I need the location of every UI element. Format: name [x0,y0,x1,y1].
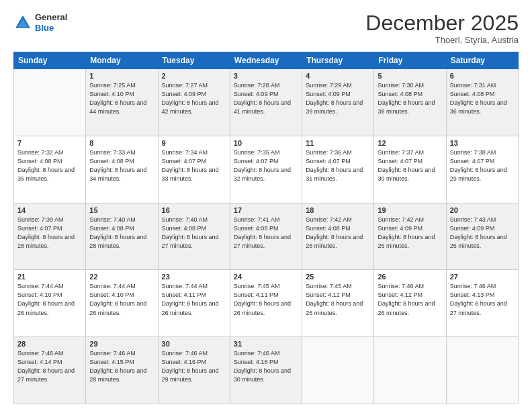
day-number: 6 [450,72,515,80]
day-detail: Sunrise: 7:41 AMSunset: 4:08 PMDaylight:… [234,216,298,250]
day-number: 12 [378,139,442,147]
table-row: 21Sunrise: 7:44 AMSunset: 4:10 PMDayligh… [14,270,86,337]
table-row: 17Sunrise: 7:41 AMSunset: 4:08 PMDayligh… [230,203,302,270]
calendar-row: 14Sunrise: 7:39 AMSunset: 4:07 PMDayligh… [14,203,519,270]
day-number: 21 [17,273,82,281]
day-detail: Sunrise: 7:43 AMSunset: 4:09 PMDaylight:… [450,216,515,250]
day-detail: Sunrise: 7:33 AMSunset: 4:08 PMDaylight:… [89,148,154,183]
title-block: December 2025 Thoerl, Styria, Austria [365,12,519,45]
day-number: 15 [89,206,154,214]
location: Thoerl, Styria, Austria [365,35,519,45]
day-detail: Sunrise: 7:32 AMSunset: 4:08 PMDaylight:… [17,148,82,183]
table-row: 31Sunrise: 7:46 AMSunset: 4:16 PMDayligh… [230,337,302,404]
day-number: 9 [162,139,226,147]
table-row: 23Sunrise: 7:44 AMSunset: 4:11 PMDayligh… [158,270,230,337]
logo-line2: Blue [35,23,54,33]
month-title: December 2025 [365,12,519,34]
day-detail: Sunrise: 7:27 AMSunset: 4:09 PMDaylight:… [162,81,226,116]
day-detail: Sunrise: 7:37 AMSunset: 4:07 PMDaylight:… [378,148,442,183]
table-row: 24Sunrise: 7:45 AMSunset: 4:11 PMDayligh… [230,270,302,337]
day-detail: Sunrise: 7:46 AMSunset: 4:13 PMDaylight:… [450,282,515,317]
table-row: 10Sunrise: 7:35 AMSunset: 4:07 PMDayligh… [230,136,302,203]
day-number: 24 [234,273,298,281]
calendar-row: 7Sunrise: 7:32 AMSunset: 4:08 PMDaylight… [14,136,519,203]
table-row: 27Sunrise: 7:46 AMSunset: 4:13 PMDayligh… [446,270,518,337]
col-tuesday: Tuesday [158,52,230,69]
day-detail: Sunrise: 7:46 AMSunset: 4:16 PMDaylight:… [162,349,226,384]
day-detail: Sunrise: 7:46 AMSunset: 4:15 PMDaylight:… [89,349,154,384]
day-number: 13 [450,139,515,147]
table-row [374,337,446,404]
day-detail: Sunrise: 7:34 AMSunset: 4:07 PMDaylight:… [162,148,226,183]
col-monday: Monday [86,52,158,69]
day-number: 25 [306,273,370,281]
day-number: 4 [306,72,370,80]
day-number: 14 [17,206,82,214]
day-number: 29 [89,340,154,348]
day-number: 28 [17,340,82,348]
table-row: 7Sunrise: 7:32 AMSunset: 4:08 PMDaylight… [14,136,86,203]
col-sunday: Sunday [14,52,86,69]
table-row: 9Sunrise: 7:34 AMSunset: 4:07 PMDaylight… [158,136,230,203]
day-detail: Sunrise: 7:28 AMSunset: 4:09 PMDaylight:… [234,81,298,116]
day-detail: Sunrise: 7:42 AMSunset: 4:09 PMDaylight:… [378,216,442,250]
day-number: 23 [162,273,226,281]
calendar-row: 28Sunrise: 7:46 AMSunset: 4:14 PMDayligh… [14,337,519,404]
day-detail: Sunrise: 7:30 AMSunset: 4:08 PMDaylight:… [378,81,442,116]
day-detail: Sunrise: 7:25 AMSunset: 4:10 PMDaylight:… [89,81,154,116]
day-number: 19 [378,206,442,214]
day-number: 17 [234,206,298,214]
day-detail: Sunrise: 7:40 AMSunset: 4:08 PMDaylight:… [89,216,154,250]
day-number: 30 [162,340,226,348]
table-row: 18Sunrise: 7:42 AMSunset: 4:08 PMDayligh… [302,203,374,270]
logo-icon [13,13,32,32]
calendar-row: 21Sunrise: 7:44 AMSunset: 4:10 PMDayligh… [14,270,519,337]
day-detail: Sunrise: 7:36 AMSunset: 4:07 PMDaylight:… [306,148,370,183]
day-detail: Sunrise: 7:46 AMSunset: 4:16 PMDaylight:… [234,349,298,384]
day-detail: Sunrise: 7:29 AMSunset: 4:09 PMDaylight:… [306,81,370,116]
logo-line1: General [35,12,67,22]
calendar-table: Sunday Monday Tuesday Wednesday Thursday… [13,52,519,404]
day-detail: Sunrise: 7:39 AMSunset: 4:07 PMDaylight:… [17,216,82,250]
table-row: 26Sunrise: 7:46 AMSunset: 4:12 PMDayligh… [374,270,446,337]
table-row [14,69,86,136]
day-detail: Sunrise: 7:45 AMSunset: 4:11 PMDaylight:… [234,282,298,317]
table-row: 3Sunrise: 7:28 AMSunset: 4:09 PMDaylight… [230,69,302,136]
day-detail: Sunrise: 7:42 AMSunset: 4:08 PMDaylight:… [306,216,370,250]
table-row: 25Sunrise: 7:45 AMSunset: 4:12 PMDayligh… [302,270,374,337]
table-row: 22Sunrise: 7:44 AMSunset: 4:10 PMDayligh… [86,270,158,337]
day-number: 27 [450,273,515,281]
table-row [446,337,518,404]
day-number: 1 [89,72,154,80]
day-detail: Sunrise: 7:44 AMSunset: 4:10 PMDaylight:… [17,282,82,317]
table-row: 4Sunrise: 7:29 AMSunset: 4:09 PMDaylight… [302,69,374,136]
table-row: 15Sunrise: 7:40 AMSunset: 4:08 PMDayligh… [86,203,158,270]
day-number: 3 [234,72,298,80]
day-detail: Sunrise: 7:46 AMSunset: 4:14 PMDaylight:… [17,349,82,384]
col-wednesday: Wednesday [230,52,302,69]
day-detail: Sunrise: 7:44 AMSunset: 4:11 PMDaylight:… [162,282,226,317]
day-number: 22 [89,273,154,281]
table-row: 30Sunrise: 7:46 AMSunset: 4:16 PMDayligh… [158,337,230,404]
table-row: 13Sunrise: 7:38 AMSunset: 4:07 PMDayligh… [446,136,518,203]
header: General Blue December 2025 Thoerl, Styri… [13,12,519,45]
day-number: 18 [306,206,370,214]
table-row [302,337,374,404]
day-detail: Sunrise: 7:40 AMSunset: 4:08 PMDaylight:… [162,216,226,250]
day-detail: Sunrise: 7:31 AMSunset: 4:08 PMDaylight:… [450,81,515,116]
table-row: 28Sunrise: 7:46 AMSunset: 4:14 PMDayligh… [14,337,86,404]
day-number: 20 [450,206,515,214]
day-number: 7 [17,139,82,147]
day-number: 2 [162,72,226,80]
day-number: 10 [234,139,298,147]
logo: General Blue [13,12,67,33]
logo-text: General Blue [35,12,67,33]
day-detail: Sunrise: 7:38 AMSunset: 4:07 PMDaylight:… [450,148,515,183]
table-row: 2Sunrise: 7:27 AMSunset: 4:09 PMDaylight… [158,69,230,136]
day-detail: Sunrise: 7:46 AMSunset: 4:12 PMDaylight:… [378,282,442,317]
page: General Blue December 2025 Thoerl, Styri… [0,0,532,411]
table-row: 11Sunrise: 7:36 AMSunset: 4:07 PMDayligh… [302,136,374,203]
table-row: 6Sunrise: 7:31 AMSunset: 4:08 PMDaylight… [446,69,518,136]
table-row: 5Sunrise: 7:30 AMSunset: 4:08 PMDaylight… [374,69,446,136]
day-number: 11 [306,139,370,147]
